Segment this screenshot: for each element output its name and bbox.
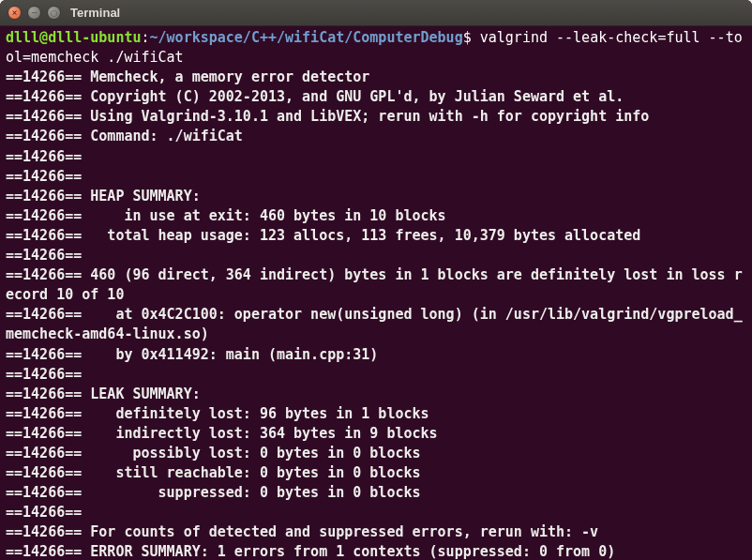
minimize-icon[interactable]: −: [27, 6, 41, 20]
output-line: ==14266== in use at exit: 460 bytes in 1…: [6, 207, 446, 224]
titlebar[interactable]: × − ▢ Terminal: [0, 0, 752, 26]
output-line: ==14266== 460 (96 direct, 364 indirect) …: [6, 266, 743, 303]
output-line: ==14266==: [6, 148, 90, 165]
output-line: ==14266== Memcheck, a memory error detec…: [6, 68, 369, 85]
prompt-user-host: dlll@dlll-ubuntu: [6, 29, 142, 46]
output-line: ==14266== possibly lost: 0 bytes in 0 bl…: [6, 445, 421, 462]
prompt-separator: :: [142, 29, 150, 46]
close-icon[interactable]: ×: [8, 6, 22, 20]
output-line: ==14266== suppressed: 0 bytes in 0 block…: [6, 484, 421, 501]
prompt-path: ~/workspace/C++/wifiCat/ComputerDebug: [150, 29, 463, 46]
output-line: ==14266== total heap usage: 123 allocs, …: [6, 227, 640, 244]
terminal-output[interactable]: dlll@dlll-ubuntu:~/workspace/C++/wifiCat…: [0, 26, 752, 560]
output-line: ==14266== indirectly lost: 364 bytes in …: [6, 425, 438, 442]
output-line: ==14266== Using Valgrind-3.10.1 and LibV…: [6, 108, 649, 125]
terminal-window: × − ▢ Terminal dlll@dlll-ubuntu:~/worksp…: [0, 0, 752, 560]
output-line: ==14266==: [6, 247, 90, 264]
output-line: ==14266== definitely lost: 96 bytes in 1…: [6, 405, 429, 422]
output-line: ==14266==: [6, 504, 90, 521]
window-title: Terminal: [70, 6, 120, 20]
output-line: ==14266== Copyright (C) 2002-2013, and G…: [6, 88, 624, 105]
maximize-icon[interactable]: ▢: [47, 6, 61, 20]
output-line: ==14266== HEAP SUMMARY:: [6, 188, 201, 204]
output-line: ==14266== still reachable: 0 bytes in 0 …: [6, 464, 421, 481]
output-line: ==14266== at 0x4C2C100: operator new(uns…: [6, 306, 743, 342]
output-line: ==14266== Command: ./wifiCat: [6, 128, 243, 144]
output-line: ==14266== For counts of detected and sup…: [6, 523, 598, 540]
output-line: ==14266==: [6, 168, 90, 185]
output-line: ==14266== ERROR SUMMARY: 1 errors from 1…: [6, 543, 615, 560]
output-line: ==14266==: [6, 366, 90, 383]
output-line: ==14266== LEAK SUMMARY:: [6, 386, 201, 402]
prompt-dollar: $: [463, 29, 472, 46]
output-line: ==14266== by 0x411492: main (main.cpp:31…: [6, 346, 378, 363]
